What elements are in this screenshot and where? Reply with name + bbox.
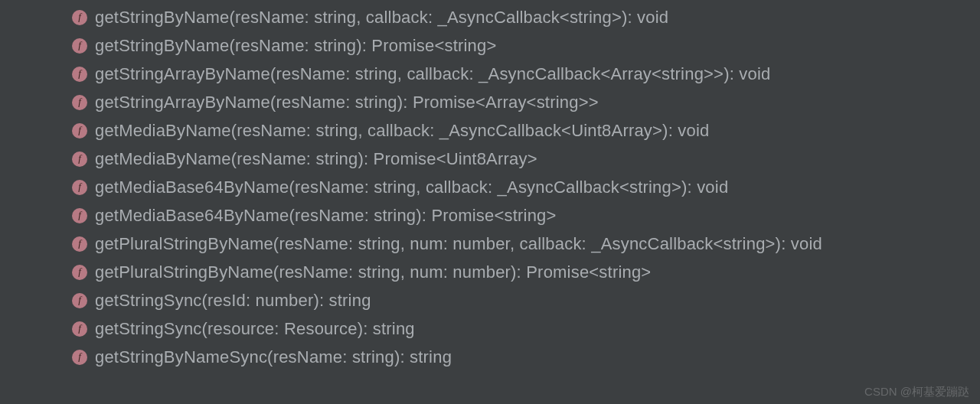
method-signature: getStringByName(resName: string): Promis… <box>95 36 497 56</box>
list-item[interactable]: f getStringByNameSync(resName: string): … <box>0 343 980 371</box>
function-icon: f <box>72 321 87 337</box>
function-icon: f <box>72 180 87 195</box>
method-signature: getMediaByName(resName: string): Promise… <box>95 149 537 169</box>
list-item[interactable]: f getStringSync(resId: number): string <box>0 286 980 314</box>
autocomplete-list: f getStringByName(resName: string, callb… <box>0 3 980 371</box>
list-item[interactable]: f getMediaByName(resName: string): Promi… <box>0 145 980 173</box>
method-signature: getStringSync(resId: number): string <box>95 291 371 311</box>
list-item[interactable]: f getStringArrayByName(resName: string, … <box>0 60 980 88</box>
method-signature: getStringArrayByName(resName: string, ca… <box>95 64 770 84</box>
watermark: CSDN @柯基爱蹦跶 <box>864 385 969 399</box>
method-signature: getMediaByName(resName: string, callback… <box>95 121 709 141</box>
function-icon: f <box>72 236 87 252</box>
method-signature: getStringArrayByName(resName: string): P… <box>95 93 599 112</box>
list-item[interactable]: f getStringSync(resource: Resource): str… <box>0 314 980 343</box>
function-icon: f <box>72 123 87 138</box>
function-icon: f <box>72 152 87 167</box>
method-signature: getPluralStringByName(resName: string, n… <box>95 262 651 282</box>
list-item[interactable]: f getStringByName(resName: string): Prom… <box>0 31 980 60</box>
method-signature: getMediaBase64ByName(resName: string): P… <box>95 206 557 226</box>
list-item[interactable]: f getStringByName(resName: string, callb… <box>0 3 980 31</box>
function-icon: f <box>72 208 87 223</box>
function-icon: f <box>72 350 87 365</box>
list-item[interactable]: f getMediaBase64ByName(resName: string):… <box>0 201 980 230</box>
method-signature: getStringByName(resName: string, callbac… <box>95 8 668 28</box>
list-item[interactable]: f getMediaByName(resName: string, callba… <box>0 116 980 145</box>
list-item[interactable]: f getMediaBase64ByName(resName: string, … <box>0 173 980 201</box>
list-item[interactable]: f getStringArrayByName(resName: string):… <box>0 88 980 116</box>
list-item[interactable]: f getPluralStringByName(resName: string,… <box>0 258 980 286</box>
method-signature: getMediaBase64ByName(resName: string, ca… <box>95 178 728 197</box>
function-icon: f <box>72 293 87 308</box>
function-icon: f <box>72 265 87 280</box>
function-icon: f <box>72 38 87 54</box>
function-icon: f <box>72 67 87 82</box>
method-signature: getPluralStringByName(resName: string, n… <box>95 234 822 254</box>
function-icon: f <box>72 10 87 25</box>
method-signature: getStringSync(resource: Resource): strin… <box>95 319 415 339</box>
list-item[interactable]: f getPluralStringByName(resName: string,… <box>0 230 980 258</box>
function-icon: f <box>72 95 87 110</box>
method-signature: getStringByNameSync(resName: string): st… <box>95 347 452 367</box>
